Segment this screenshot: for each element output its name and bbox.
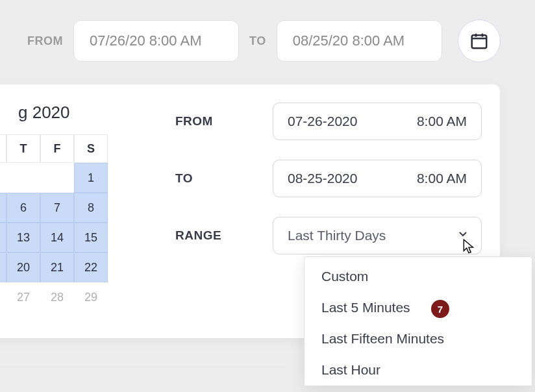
annotation-badge: 7 (431, 300, 449, 318)
day-cell[interactable]: 20 (6, 252, 40, 282)
calendar: g 2020 W T F S 1567812131415192021222627… (0, 103, 161, 312)
day-cell[interactable]: 28 (40, 282, 74, 312)
dow-cell: F (40, 134, 74, 163)
dow-cell: T (6, 134, 40, 163)
cursor-icon (462, 238, 477, 258)
day-cell[interactable]: 14 (40, 223, 74, 252)
from-field-label: FROM (175, 114, 273, 129)
svg-rect-0 (471, 35, 486, 48)
from-field-input[interactable]: 07-26-2020 8:00 AM (273, 103, 482, 140)
date-range-topbar: FROM 07/26/20 8:00 AM TO 08/25/20 8:00 A… (0, 0, 535, 82)
day-cell (0, 163, 6, 193)
day-cell[interactable]: 22 (74, 252, 108, 282)
day-cell[interactable]: 7 (40, 193, 74, 223)
range-option[interactable]: Last Fifteen Minutes (305, 323, 532, 354)
from-date-input[interactable]: 07/26/20 8:00 AM (73, 20, 239, 62)
range-option[interactable]: Last 5 Minutes (305, 292, 532, 323)
to-date-input[interactable]: 08/25/20 8:00 AM (277, 20, 442, 62)
dow-header: W T F S (0, 134, 161, 163)
to-field-time: 8:00 AM (417, 171, 467, 186)
month-title: g 2020 (0, 103, 161, 123)
range-dropdown: CustomLast 5 MinutesLast Fifteen Minutes… (304, 256, 532, 386)
from-field-time: 8:00 AM (417, 114, 467, 129)
calendar-button[interactable] (458, 19, 501, 62)
day-grid: 15678121314151920212226272829 (0, 163, 161, 312)
range-option[interactable]: Custom (305, 261, 532, 292)
background-grid (0, 337, 286, 392)
day-cell (6, 163, 40, 193)
to-field-label: TO (175, 171, 273, 186)
day-cell[interactable]: 8 (74, 193, 108, 223)
calendar-icon (469, 31, 489, 51)
dow-cell: S (74, 134, 108, 163)
day-cell (40, 163, 74, 193)
to-label: TO (249, 34, 266, 48)
day-cell[interactable]: 26 (0, 282, 6, 312)
day-cell[interactable]: 5 (0, 193, 6, 223)
day-cell[interactable]: 1 (74, 163, 108, 193)
to-field-input[interactable]: 08-25-2020 8:00 AM (273, 160, 482, 197)
day-cell[interactable]: 12 (0, 223, 6, 252)
dow-cell: W (0, 134, 6, 163)
range-field-label: RANGE (175, 228, 273, 243)
range-selected-value: Last Thirty Days (288, 228, 386, 243)
day-cell[interactable]: 29 (74, 282, 108, 312)
from-field-date: 07-26-2020 (288, 114, 357, 129)
from-label: FROM (27, 34, 63, 48)
day-cell[interactable]: 19 (0, 252, 6, 282)
day-cell[interactable]: 27 (6, 282, 40, 312)
day-cell[interactable]: 15 (74, 223, 108, 252)
to-field-date: 08-25-2020 (288, 171, 357, 186)
day-cell[interactable]: 6 (6, 193, 40, 223)
range-select[interactable]: Last Thirty Days (273, 217, 482, 254)
range-option[interactable]: Last Hour (305, 354, 532, 382)
day-cell[interactable]: 13 (6, 223, 40, 252)
day-cell[interactable]: 21 (40, 252, 74, 282)
